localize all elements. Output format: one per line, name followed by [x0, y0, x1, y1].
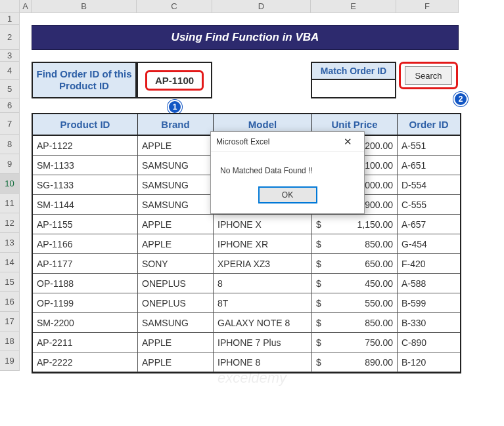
ok-button[interactable]: OK	[259, 187, 317, 203]
dialog-titlebar: Microsoft Excel ✕	[211, 132, 364, 152]
msgbox-dialog: Microsoft Excel ✕ No Matched Data Found …	[210, 131, 365, 214]
close-icon[interactable]: ✕	[336, 135, 359, 149]
dialog-message: No Matched Data Found !!	[211, 152, 364, 182]
spreadsheet: ABCDEF 12345678910111213141516171819 Usi…	[0, 0, 504, 426]
dialog-title: Microsoft Excel	[216, 137, 269, 146]
modal-overlay: Microsoft Excel ✕ No Matched Data Found …	[0, 0, 504, 426]
